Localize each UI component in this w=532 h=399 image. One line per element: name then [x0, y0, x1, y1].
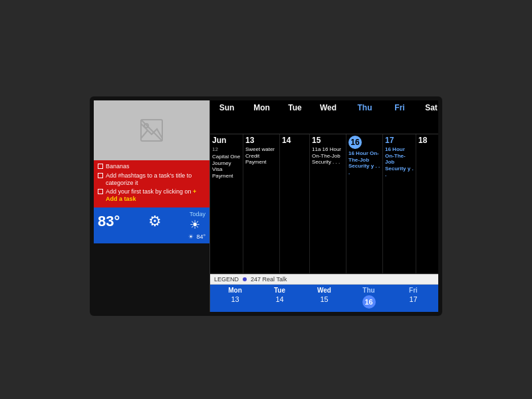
screen-display: Bananas Add #hashtags to a task's title … [90, 96, 442, 316]
mini-week-strip: Mon 13 Tue 14 Wed 15 Thu 16 Fri 17 [210, 285, 438, 312]
weather-temperature: 83° [98, 213, 120, 230]
cal-event-mon: Sweet water Credit Payment [245, 146, 277, 166]
cal-header-fri: Fri [383, 100, 416, 134]
right-panel: Sun Mon Tue Wed Thu Fri Sat Jun 12 Capit… [210, 100, 438, 312]
mini-date-thu: 16 [362, 295, 376, 309]
weather-today-col: Today ☀ [190, 211, 205, 232]
weather-tomorrow-icon: ☀ [188, 233, 194, 240]
mini-col-wed: Wed 15 [302, 287, 346, 309]
cal-event-fri: 16 Hour On-The-Job Security y . . [385, 146, 414, 178]
legend-dot [243, 277, 247, 281]
cal-header-sun: Sun [210, 100, 243, 134]
task-checkbox-2[interactable] [98, 173, 103, 178]
task-checkbox-3[interactable] [98, 189, 103, 194]
calendar-grid: Sun Mon Tue Wed Thu Fri Sat Jun 12 Capit… [210, 100, 438, 274]
broken-image-icon [138, 117, 165, 144]
mini-header-wed: Wed [302, 287, 346, 295]
mini-col-thu: Thu 16 [346, 287, 391, 309]
weather-tomorrow-row: ☀ 84° [98, 233, 205, 240]
calendar-week: Sun Mon Tue Wed Thu Fri Sat Jun 12 Capit… [210, 100, 438, 274]
cal-cell-thu: 16 16 Hour On-The-Job Security y . . . [346, 134, 383, 274]
cal-date-fri: 17 [385, 136, 414, 145]
weather-section: 83° ⚙ Today ☀ ☀ 84° [94, 207, 209, 243]
mini-col-fri: Fri 17 [391, 287, 436, 309]
cal-header-mon: Mon [243, 100, 280, 134]
cal-event-thu: 16 Hour On-The-Job Security y . . . [348, 150, 380, 176]
image-widget [94, 100, 209, 160]
task-checkbox-1[interactable] [98, 164, 103, 169]
mini-col-mon: Mon 13 [213, 287, 257, 309]
weather-icon-large: ⚙ [148, 213, 162, 230]
task-item-1: Bananas [98, 163, 205, 170]
legend-bar: LEGEND 247 Real Talk [210, 274, 438, 285]
cal-date-sun: Jun [212, 136, 241, 145]
legend-label: LEGEND [214, 276, 239, 283]
mini-date-mon: 13 [213, 295, 257, 303]
legend-channel: 247 Real Talk [251, 276, 287, 283]
cal-cell-fri: 17 16 Hour On-The-Job Security y . . [383, 134, 416, 274]
svg-line-2 [141, 120, 162, 141]
mini-header-thu: Thu [346, 287, 391, 295]
mini-date-tue: 14 [257, 295, 302, 303]
task-label-1: Bananas [106, 163, 130, 170]
cal-date-thu: 16 [348, 136, 362, 149]
mini-date-wed: 15 [302, 295, 346, 303]
cal-cell-wed: 15 11a 16 Hour On-The-Job Security . . . [310, 134, 346, 274]
tasks-section: Bananas Add #hashtags to a task's title … [94, 160, 209, 207]
cal-cell-sun: Jun 12 Capital One Journey Visa Payment [210, 134, 243, 274]
task-item-3: Add your first task by clicking on + Add… [98, 188, 205, 203]
mini-date-fri: 17 [391, 295, 436, 303]
cal-event-wed: 11a 16 Hour On-The-Job Security . . . [312, 146, 344, 166]
cal-cell-sat: 18 [416, 134, 438, 274]
cal-header-tue: Tue [280, 100, 310, 134]
cal-sub-sun: 12 [212, 146, 241, 152]
mini-header-tue: Tue [257, 287, 302, 295]
mini-col-tue: Tue 14 [257, 287, 302, 309]
cal-date-tue: 14 [282, 136, 307, 145]
cal-cell-mon: 13 Sweet water Credit Payment [243, 134, 280, 274]
cal-cell-tue: 14 [280, 134, 310, 274]
weather-today-label: Today [190, 211, 205, 217]
mini-header-mon: Mon [213, 287, 257, 295]
weather-sun-icon: ☀ [190, 218, 200, 231]
task-label-2: Add #hashtags to a task's title to categ… [106, 172, 205, 187]
task-item-2: Add #hashtags to a task's title to categ… [98, 172, 205, 187]
cal-date-wed: 15 [312, 136, 344, 145]
cal-header-wed: Wed [310, 100, 346, 134]
weather-main-row: 83° ⚙ Today ☀ [98, 211, 205, 232]
left-panel: Bananas Add #hashtags to a task's title … [94, 100, 210, 312]
weather-tomorrow-temp: 84° [196, 233, 205, 240]
cal-header-thu: Thu [346, 100, 383, 134]
cal-date-mon: 13 [245, 136, 277, 145]
mini-header-fri: Fri [391, 287, 436, 295]
cal-date-sat: 18 [418, 136, 438, 145]
cal-event-sun: Capital One Journey Visa Payment [212, 154, 241, 179]
cal-header-sat: Sat [416, 100, 438, 134]
task-label-3: Add your first task by clicking on + Add… [106, 188, 205, 203]
